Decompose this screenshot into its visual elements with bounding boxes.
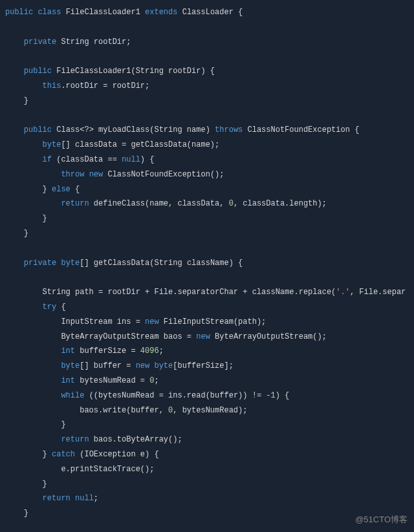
keyword: catch: [52, 450, 75, 459]
keyword: public: [24, 125, 52, 134]
keyword: null: [122, 155, 140, 164]
keyword: new: [89, 170, 104, 179]
brace: }: [24, 509, 28, 518]
keyword: this: [43, 81, 61, 90]
code: baos.toByteArray();: [94, 435, 182, 444]
code: FileInputStream(path);: [164, 317, 266, 326]
keyword: public: [24, 67, 52, 76]
keyword: new: [145, 317, 159, 326]
keyword: public: [5, 8, 33, 17]
keyword: private: [24, 37, 56, 47]
var: bytesNumRead =: [80, 376, 145, 385]
keyword: while: [61, 391, 84, 400]
type: Class<?>: [56, 125, 94, 134]
keyword: else: [52, 185, 71, 194]
keyword: new: [196, 332, 210, 341]
code: ) {: [276, 391, 290, 400]
code: InputStream ins =: [61, 317, 140, 326]
code: , bytesNumRead);: [173, 406, 247, 415]
string: '.': [336, 288, 350, 297]
brace: }: [43, 450, 47, 459]
number: 1: [271, 391, 276, 400]
semi: ;: [94, 494, 98, 503]
keyword: int: [61, 376, 75, 385]
parent-class: ClassLoader: [182, 8, 234, 17]
brace: }: [61, 420, 65, 429]
keyword: byte: [43, 140, 61, 149]
field: rootDir;: [94, 37, 131, 47]
code: [bufferSize];: [173, 361, 234, 370]
keyword: private: [24, 259, 56, 268]
brace: }: [43, 480, 47, 489]
code-block: public class FileClassLoader1 extends Cl…: [5, 5, 409, 532]
code: , classData.length);: [234, 199, 327, 208]
brace: }: [24, 229, 28, 238]
method: [] getClassData(String className) {: [80, 259, 243, 268]
brace: {: [238, 8, 243, 17]
code: .rootDir = rootDir;: [61, 81, 149, 90]
keyword: try: [43, 303, 57, 312]
number: 4096: [140, 346, 159, 356]
code: ) {: [140, 155, 155, 164]
exception: ClassNotFoundException {: [248, 125, 360, 134]
code: (classData ==: [56, 155, 117, 164]
code: defineClass(name, classData,: [94, 199, 224, 208]
number: 0: [229, 199, 234, 208]
keyword: int: [61, 346, 75, 356]
semi: ;: [154, 376, 158, 385]
keyword: byte: [61, 259, 80, 268]
brace: }: [43, 185, 47, 194]
keyword: byte: [61, 361, 80, 370]
code: [] classData = getClassData(name);: [61, 140, 219, 149]
keyword: new: [136, 361, 150, 370]
code: e.printStackTrace();: [61, 465, 154, 474]
brace: }: [24, 96, 28, 105]
code: (IOException e) {: [80, 450, 158, 459]
keyword: return: [61, 435, 89, 444]
code: ByteArrayOutputStream baos =: [61, 332, 191, 341]
brace: {: [61, 303, 65, 312]
code: ((bytesNumRead = ins.read(buffer)) != -: [89, 391, 271, 400]
code: ClassNotFoundException();: [107, 170, 224, 179]
brace: }: [43, 214, 47, 223]
code: ByteArrayOutputStream();: [215, 332, 327, 341]
code: [] buffer =: [80, 361, 131, 370]
keyword: return: [43, 494, 71, 503]
keyword: class: [38, 8, 61, 17]
code: baos.write(buffer,: [80, 406, 164, 415]
semi: ;: [159, 346, 164, 356]
type: String: [61, 37, 89, 47]
class-name: FileClassLoader1: [66, 8, 140, 17]
keyword: return: [61, 199, 89, 208]
method: myLoadClass(String name): [98, 125, 210, 134]
code: String path = rootDir + File.separatorCh…: [43, 288, 336, 297]
ctor: FileClassLoader1(String rootDir) {: [56, 67, 215, 76]
brace: {: [75, 185, 80, 194]
keyword: throws: [215, 125, 243, 134]
keyword: byte: [154, 361, 173, 370]
var: bufferSize =: [80, 346, 135, 356]
keyword: throw: [61, 170, 84, 179]
keyword: extends: [145, 8, 177, 17]
code: , File.separ: [350, 288, 406, 297]
keyword: null: [75, 494, 94, 503]
keyword: if: [43, 155, 52, 164]
watermark: @51CTO博客: [355, 512, 408, 528]
